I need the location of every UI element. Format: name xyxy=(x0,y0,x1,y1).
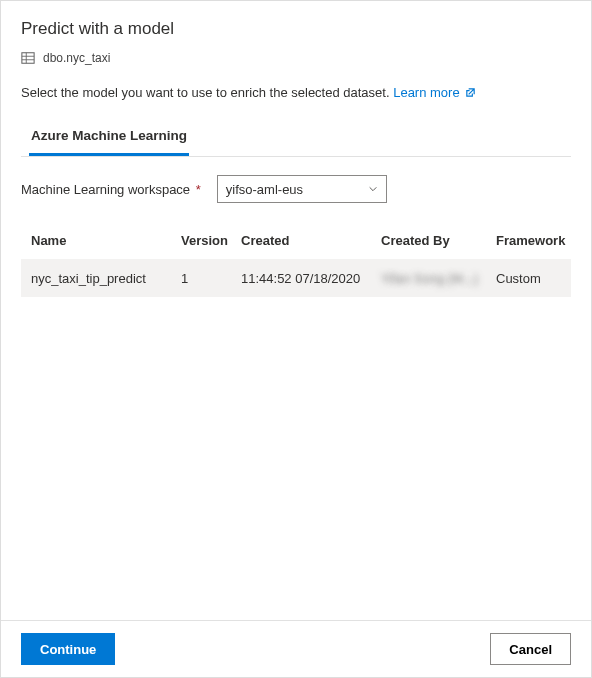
required-mark: * xyxy=(196,182,201,197)
continue-button[interactable]: Continue xyxy=(21,633,115,665)
col-name: Name xyxy=(31,233,181,248)
table-header: Name Version Created Created By Framewor… xyxy=(21,221,571,259)
cell-name: nyc_taxi_tip_predict xyxy=(31,271,181,286)
tab-azure-ml[interactable]: Azure Machine Learning xyxy=(29,120,189,156)
models-table: Name Version Created Created By Framewor… xyxy=(21,221,571,297)
cell-framework: Custom xyxy=(496,271,576,286)
workspace-label-text: Machine Learning workspace xyxy=(21,182,190,197)
cell-version: 1 xyxy=(181,271,241,286)
page-title: Predict with a model xyxy=(21,19,571,39)
workspace-dropdown[interactable]: yifso-aml-eus xyxy=(217,175,387,203)
cell-created-by: Yifan Song (M...) xyxy=(381,271,496,286)
panel-content: Predict with a model dbo.nyc_taxi Select… xyxy=(1,1,591,620)
workspace-label: Machine Learning workspace * xyxy=(21,182,201,197)
workspace-field-row: Machine Learning workspace * yifso-aml-e… xyxy=(21,175,571,203)
tab-bar: Azure Machine Learning xyxy=(21,120,571,157)
col-created-by: Created By xyxy=(381,233,496,248)
dataset-name: dbo.nyc_taxi xyxy=(43,51,110,65)
svg-rect-0 xyxy=(22,53,34,64)
intro-body: Select the model you want to use to enri… xyxy=(21,85,393,100)
workspace-selected-value: yifso-aml-eus xyxy=(226,182,303,197)
table-icon xyxy=(21,51,35,65)
learn-more-label: Learn more xyxy=(393,85,459,100)
cancel-button[interactable]: Cancel xyxy=(490,633,571,665)
external-link-icon xyxy=(463,85,476,100)
learn-more-link[interactable]: Learn more xyxy=(393,85,476,100)
col-framework: Framework xyxy=(496,233,576,248)
cell-created: 11:44:52 07/18/2020 xyxy=(241,271,381,286)
panel-footer: Continue Cancel xyxy=(1,620,591,677)
chevron-down-icon xyxy=(368,182,378,197)
col-created: Created xyxy=(241,233,381,248)
table-row[interactable]: nyc_taxi_tip_predict 1 11:44:52 07/18/20… xyxy=(21,259,571,297)
predict-model-panel: Predict with a model dbo.nyc_taxi Select… xyxy=(0,0,592,678)
intro-text: Select the model you want to use to enri… xyxy=(21,85,571,100)
col-version: Version xyxy=(181,233,241,248)
dataset-row: dbo.nyc_taxi xyxy=(21,51,571,65)
